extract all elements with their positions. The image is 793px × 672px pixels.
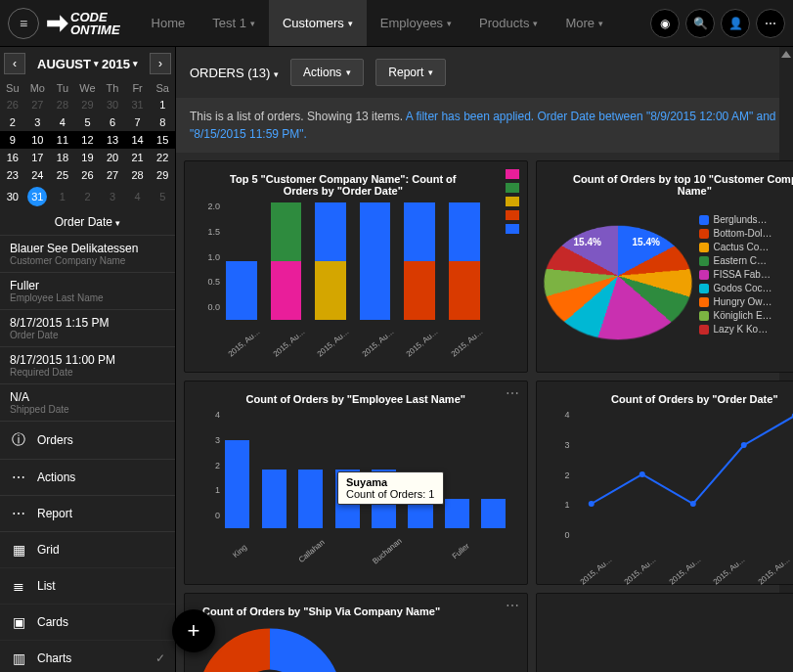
calendar-day[interactable]: 6 bbox=[100, 113, 125, 131]
legend-item[interactable]: Berglunds… bbox=[699, 214, 793, 225]
add-fab-button[interactable]: + bbox=[172, 609, 215, 652]
calendar-day[interactable]: 5 bbox=[75, 113, 101, 131]
calendar-day[interactable]: 29 bbox=[150, 166, 175, 184]
calendar-title[interactable]: AUGUST ▾ 2015 ▾ bbox=[37, 57, 138, 71]
nav-tab-more[interactable]: More▾ bbox=[551, 0, 617, 46]
menu-icon: ≣ bbox=[10, 578, 27, 594]
nav-tab-test-1[interactable]: Test 1▾ bbox=[198, 0, 269, 46]
calendar-day[interactable]: 28 bbox=[50, 96, 75, 113]
calendar-day[interactable]: 3 bbox=[25, 113, 51, 131]
more-button[interactable]: ⋯ bbox=[756, 9, 785, 38]
report-button[interactable]: Report▾ bbox=[375, 59, 446, 86]
menuitem-orders[interactable]: ⓘOrders bbox=[0, 421, 175, 459]
calendar-day[interactable]: 2 bbox=[0, 113, 25, 131]
pie-chart bbox=[534, 226, 701, 340]
nav-tab-home[interactable]: Home bbox=[138, 0, 199, 46]
legend-pager[interactable]: ▲ 1/2 ▼ bbox=[545, 353, 793, 364]
legend-item[interactable]: Königlich E… bbox=[699, 310, 793, 321]
calendar-day[interactable]: 16 bbox=[0, 149, 25, 166]
menu-icon: ⓘ bbox=[10, 431, 27, 449]
calendar-prev-button[interactable]: ‹ bbox=[4, 53, 25, 74]
menu-toggle-button[interactable]: ≡ bbox=[8, 8, 39, 39]
calendar-day[interactable]: 2 bbox=[75, 184, 101, 209]
x-axis: 2015, Au…2015, Au…2015, Au…2015, Au…2015… bbox=[545, 558, 793, 576]
calendar-day[interactable]: 27 bbox=[25, 96, 51, 113]
calendar-day[interactable]: 23 bbox=[0, 166, 25, 184]
menuitem-label: List bbox=[37, 579, 56, 593]
detail-row[interactable]: N/AShipped Date bbox=[0, 383, 175, 421]
calendar-day[interactable]: 1 bbox=[50, 184, 75, 209]
logo-icon bbox=[45, 11, 70, 36]
legend-item[interactable]: Lazy K Ko… bbox=[699, 324, 793, 335]
legend-item[interactable]: Godos Coc… bbox=[699, 283, 793, 293]
detail-row[interactable]: FullerEmployee Last Name bbox=[0, 272, 175, 309]
calendar-day[interactable]: 26 bbox=[75, 166, 101, 184]
calendar-day[interactable]: 31 bbox=[25, 184, 51, 209]
calendar-day[interactable]: 17 bbox=[25, 149, 51, 166]
nav-tab-products[interactable]: Products▾ bbox=[465, 0, 551, 46]
legend-item[interactable]: Hungry Ow… bbox=[699, 296, 793, 307]
calendar-day[interactable]: 4 bbox=[50, 113, 75, 131]
calendar-day[interactable]: 27 bbox=[100, 166, 125, 184]
calendar-next-button[interactable]: › bbox=[150, 53, 171, 74]
calendar-day[interactable]: 12 bbox=[75, 131, 101, 149]
nav-tab-customers[interactable]: Customers▾ bbox=[269, 0, 367, 46]
menuitem-actions[interactable]: ⋯Actions bbox=[0, 459, 175, 495]
calendar-day[interactable]: 30 bbox=[100, 96, 125, 113]
filter-prefix: This is a list of orders. Showing 13 ite… bbox=[190, 110, 406, 123]
calendar-day[interactable]: 11 bbox=[50, 131, 75, 149]
menuitem-charts[interactable]: ▥Charts✓ bbox=[0, 640, 175, 672]
calendar-day[interactable]: 22 bbox=[150, 149, 175, 166]
weekday-header: We bbox=[75, 80, 101, 96]
menuitem-label: Actions bbox=[37, 470, 75, 484]
detail-row[interactable]: Blauer See DelikatessenCustomer Company … bbox=[0, 235, 175, 272]
user-button[interactable]: 👤 bbox=[721, 9, 750, 38]
detail-row[interactable]: 8/17/2015 11:00 PMRequired Date bbox=[0, 346, 175, 383]
calendar-day[interactable]: 29 bbox=[75, 96, 101, 113]
nav-tab-employees[interactable]: Employees▾ bbox=[367, 0, 465, 46]
legend-item[interactable]: Cactus Co… bbox=[699, 242, 793, 252]
detail-row[interactable]: 8/17/2015 1:15 PMOrder Date bbox=[0, 309, 175, 346]
calendar-day[interactable]: 15 bbox=[150, 131, 175, 149]
chevron-down-icon: ▾ bbox=[115, 218, 120, 228]
menuitem-cards[interactable]: ▣Cards bbox=[0, 604, 175, 640]
calendar-day[interactable]: 26 bbox=[0, 96, 25, 113]
calendar-day[interactable]: 21 bbox=[125, 149, 151, 166]
calendar-day[interactable]: 25 bbox=[50, 166, 75, 184]
calendar-day[interactable]: 19 bbox=[75, 149, 101, 166]
calendar-field-selector[interactable]: Order Date ▾ bbox=[0, 209, 175, 235]
panel-menu-button[interactable]: ⋯ bbox=[506, 385, 521, 401]
calendar-day[interactable]: 13 bbox=[100, 131, 125, 149]
calendar-day[interactable]: 14 bbox=[125, 131, 151, 149]
menuitem-grid[interactable]: ▦Grid bbox=[0, 531, 175, 567]
calendar-footer-label: Order Date bbox=[55, 215, 112, 229]
calendar-day[interactable]: 30 bbox=[0, 184, 25, 209]
panel-menu-button[interactable]: ⋯ bbox=[506, 598, 521, 613]
calendar-day[interactable]: 31 bbox=[125, 96, 151, 113]
calendar-day[interactable]: 8 bbox=[150, 113, 175, 131]
legend-item[interactable]: Eastern C… bbox=[699, 255, 793, 266]
stacked-bar-chart bbox=[193, 202, 494, 320]
view-toggle-button[interactable]: ◉ bbox=[650, 9, 680, 38]
search-button[interactable]: 🔍 bbox=[685, 9, 715, 38]
calendar-day[interactable]: 1 bbox=[150, 96, 175, 113]
page-title[interactable]: ORDERS (13) ▾ bbox=[190, 66, 279, 80]
actions-button[interactable]: Actions▾ bbox=[290, 59, 364, 86]
calendar-day[interactable]: 4 bbox=[125, 184, 151, 209]
calendar-day[interactable]: 10 bbox=[25, 131, 51, 149]
menuitem-list[interactable]: ≣List bbox=[0, 567, 175, 604]
calendar-day[interactable]: 20 bbox=[100, 149, 125, 166]
calendar-day[interactable]: 18 bbox=[50, 149, 75, 166]
calendar-day[interactable]: 3 bbox=[100, 184, 125, 209]
calendar-day[interactable]: 9 bbox=[0, 131, 25, 149]
detail-value: Blauer See Delikatessen bbox=[10, 242, 165, 255]
menuitem-report[interactable]: ⋯Report bbox=[0, 495, 175, 531]
calendar-day[interactable]: 5 bbox=[150, 184, 175, 209]
legend-item[interactable]: Bottom-Dol… bbox=[699, 228, 793, 239]
calendar-day[interactable]: 28 bbox=[125, 166, 151, 184]
weekday-header: Tu bbox=[50, 80, 75, 96]
calendar-day[interactable]: 24 bbox=[25, 166, 51, 184]
legend-item[interactable]: FISSA Fab… bbox=[699, 269, 793, 280]
check-icon: ✓ bbox=[155, 651, 165, 665]
calendar-day[interactable]: 7 bbox=[125, 113, 151, 131]
